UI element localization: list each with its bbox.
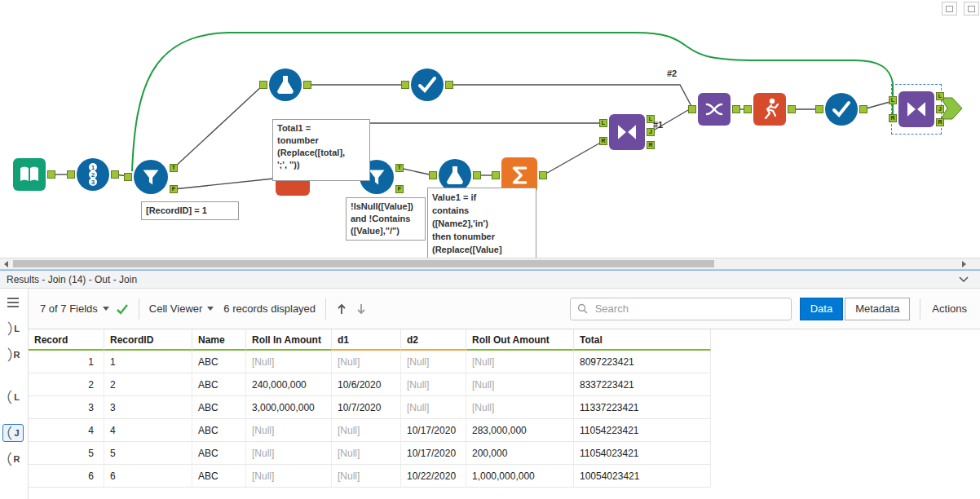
cell-record[interactable]: 3 xyxy=(29,396,104,419)
cell-total[interactable]: 10054023421 xyxy=(574,465,711,488)
column-header-name[interactable]: Name xyxy=(192,329,246,351)
join-join-output-anchor[interactable]: J xyxy=(936,105,944,113)
cell-recordid[interactable]: 3 xyxy=(104,396,192,419)
fields-dropdown[interactable]: 7 of 7 Fields xyxy=(40,302,109,315)
output-anchor[interactable] xyxy=(47,170,55,179)
cell-viewer-dropdown[interactable]: Cell Viewer xyxy=(149,302,214,315)
canvas-corner-button[interactable] xyxy=(942,2,957,15)
wire[interactable] xyxy=(174,85,263,168)
output-anchor[interactable] xyxy=(732,105,740,113)
cell-record[interactable]: 2 xyxy=(29,373,104,396)
cell-d1[interactable]: 10/6/2020 xyxy=(332,373,401,396)
cell-roll_in[interactable]: [Null] xyxy=(246,419,332,442)
cell-d1[interactable]: [Null] xyxy=(332,351,401,373)
data-tab[interactable]: Data xyxy=(800,298,843,320)
scrollbar-thumb[interactable] xyxy=(13,260,714,267)
cell-d2[interactable]: [Null] xyxy=(401,396,466,419)
join-tool-2[interactable] xyxy=(898,91,934,127)
filter-tool-1[interactable] xyxy=(134,160,168,194)
table-row[interactable]: 33ABC3,000,000,00010/7/2020[Null][Null]1… xyxy=(29,396,980,419)
input-anchor[interactable] xyxy=(815,105,823,113)
cell-roll_in[interactable]: [Null] xyxy=(246,442,332,465)
column-header-record[interactable]: Record xyxy=(29,329,104,351)
filter-false-anchor[interactable]: F xyxy=(170,185,178,193)
input-anchor[interactable] xyxy=(259,81,267,89)
scroll-right-button[interactable] xyxy=(958,258,980,269)
table-row[interactable]: 22ABC240,000,00010/6/2020[Null][Null]833… xyxy=(29,373,980,396)
cell-d2[interactable]: 10/22/2020 xyxy=(401,465,466,488)
join-right-input-anchor[interactable]: R xyxy=(599,137,607,145)
formula-tool-2[interactable] xyxy=(439,159,471,192)
input-anchor[interactable] xyxy=(124,173,132,181)
output-anchor[interactable] xyxy=(539,171,547,179)
input-anchor[interactable] xyxy=(492,171,500,179)
cell-total[interactable]: 11337223421 xyxy=(574,396,711,419)
cell-record[interactable]: 4 xyxy=(29,419,104,442)
cell-total[interactable]: 8337223421 xyxy=(574,373,711,396)
join-left-input-anchor[interactable]: L xyxy=(599,119,607,127)
cell-name[interactable]: ABC xyxy=(192,442,246,465)
table-row[interactable]: 66ABC[Null][Null]10/22/20201,000,000,000… xyxy=(29,465,980,488)
cell-roll_in[interactable]: 240,000,000 xyxy=(246,373,332,396)
cell-roll_out[interactable]: [Null] xyxy=(466,396,574,419)
column-header-total[interactable]: Total xyxy=(574,329,711,351)
input-anchor[interactable] xyxy=(429,171,437,179)
cell-name[interactable]: ABC xyxy=(192,351,246,373)
actions-menu[interactable]: Actions xyxy=(932,302,967,315)
input-anchor-button-l[interactable]: L xyxy=(2,320,24,338)
cell-recordid[interactable]: 6 xyxy=(104,465,192,488)
cell-d2[interactable]: 10/17/2020 xyxy=(401,419,466,442)
input-anchor[interactable] xyxy=(401,81,409,89)
wire[interactable] xyxy=(400,168,433,175)
cell-roll_out[interactable]: [Null] xyxy=(466,351,574,373)
filter-true-anchor[interactable]: T xyxy=(395,164,404,172)
cell-name[interactable]: ABC xyxy=(192,396,246,419)
cell-recordid[interactable]: 4 xyxy=(104,419,192,442)
search-input[interactable] xyxy=(594,302,784,316)
output-anchor-button-l[interactable]: L xyxy=(2,388,24,406)
annotation-total1-formula[interactable]: Total1 =tonumber(Replace([total],';', ''… xyxy=(272,119,370,181)
input-anchor[interactable] xyxy=(67,170,75,179)
cell-recordid[interactable]: 2 xyxy=(104,373,192,396)
arrow-up-icon[interactable] xyxy=(336,302,347,316)
filter-true-anchor[interactable]: T xyxy=(170,164,178,172)
join-left-output-anchor[interactable]: L xyxy=(936,92,944,100)
cell-name[interactable]: ABC xyxy=(192,419,246,442)
column-header-roll_in[interactable]: Roll In Amount xyxy=(246,329,332,351)
select-tool-1[interactable] xyxy=(411,68,444,101)
wire[interactable] xyxy=(543,141,603,175)
cell-roll_in[interactable]: [Null] xyxy=(246,465,332,488)
column-header-roll_out[interactable]: Roll Out Amount xyxy=(466,329,574,351)
output-anchor[interactable] xyxy=(788,105,796,113)
formula-tool-1[interactable] xyxy=(269,68,302,101)
annotation-isnull-filter[interactable]: !IsNull([Value])and !Contains([Value],"/… xyxy=(346,197,426,241)
metadata-tab[interactable]: Metadata xyxy=(845,298,910,320)
arrow-down-icon[interactable] xyxy=(355,302,367,316)
cell-d2[interactable]: 10/17/2020 xyxy=(401,442,466,465)
join-right-input-anchor[interactable]: R xyxy=(889,114,897,122)
table-row[interactable]: 44ABC[Null][Null]10/17/2020283,000,00011… xyxy=(29,419,980,442)
union-tool[interactable] xyxy=(698,93,731,126)
wire[interactable] xyxy=(174,179,274,189)
join-left-input-anchor[interactable]: L xyxy=(889,96,897,104)
cell-total[interactable]: 8097223421 xyxy=(574,351,711,373)
collapse-chevron-icon[interactable] xyxy=(959,276,969,282)
column-header-recordid[interactable]: RecordID xyxy=(104,329,192,351)
record-id-tool[interactable]: 1 2 3 xyxy=(77,158,109,191)
cell-d1[interactable]: [Null] xyxy=(332,465,401,488)
cell-d1[interactable]: [Null] xyxy=(332,442,401,465)
results-grid-icon[interactable] xyxy=(5,295,21,310)
cell-record[interactable]: 1 xyxy=(29,351,104,373)
select-tool-2[interactable] xyxy=(825,93,858,126)
output-anchor[interactable] xyxy=(859,105,867,113)
cell-recordid[interactable]: 5 xyxy=(104,442,192,465)
table-row[interactable]: 11ABC[Null][Null][Null][Null]8097223421 xyxy=(29,351,980,373)
input-anchor[interactable] xyxy=(688,105,696,113)
table-row[interactable]: 55ABC[Null][Null]10/17/2020200,000110540… xyxy=(29,442,980,465)
runner-tool[interactable] xyxy=(753,93,786,126)
join-right-output-anchor[interactable]: R xyxy=(936,118,944,126)
canvas-corner-button[interactable] xyxy=(964,2,979,15)
output-anchor[interactable] xyxy=(111,170,119,179)
filter-false-anchor[interactable]: F xyxy=(395,185,404,193)
output-anchor[interactable] xyxy=(445,81,453,89)
